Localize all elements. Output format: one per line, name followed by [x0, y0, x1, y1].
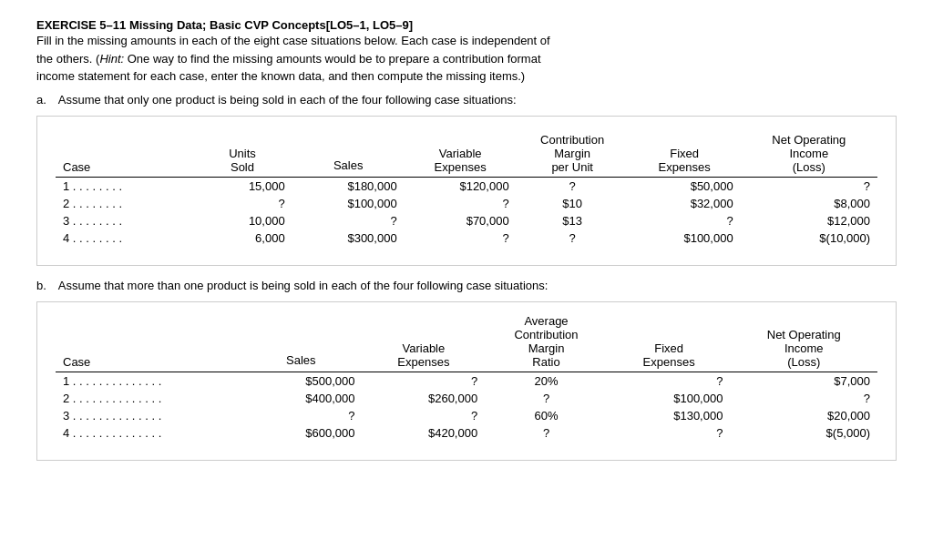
col-b-varexp-header: Variable Expenses	[363, 311, 486, 372]
cm-line1: Contribution	[540, 133, 604, 147]
case-cell: 4 . . . . . . . .	[56, 229, 192, 247]
b-sales-cell: $500,000	[240, 372, 363, 391]
col-b-case-header: Case	[56, 311, 240, 372]
table-row: 3 . . . . . . . . 10,000 ? $70,000 $13 ?…	[56, 212, 877, 229]
table-row: 3 . . . . . . . . . . . . . . ? ? 60% $1…	[56, 407, 877, 424]
b-cmratio-cell: 20%	[485, 372, 608, 391]
units-cell: 15,000	[192, 178, 292, 196]
b-varexp-line2: Expenses	[397, 355, 449, 369]
col-b-sales-header: Sales	[240, 311, 363, 372]
b-varexp-cell: ?	[363, 372, 486, 391]
part-b-letter: b.	[36, 279, 46, 292]
fixedexp-cell: ?	[629, 212, 741, 229]
intro-line3: income statement for each case, enter th…	[36, 67, 897, 86]
table-b: Case Sales Variable Expenses Average Con…	[56, 311, 877, 442]
part-b-label: b. Assume that more than one product is …	[36, 279, 897, 292]
sales-cell: $300,000	[292, 229, 405, 247]
b-cm-line1: Average	[524, 314, 568, 328]
netop-cell: ?	[741, 178, 877, 196]
table-a: Case Units Sold Sales Variable Expenses …	[56, 126, 877, 248]
varexp-cell: $70,000	[405, 212, 517, 229]
b-netop-line1: Net Operating	[767, 328, 841, 341]
units-line2: Sold	[231, 160, 254, 174]
units-cell: 10,000	[192, 212, 292, 229]
intro-line2: the others. (Hint: One way to find the m…	[36, 50, 897, 68]
b-netop-line2: Income	[784, 341, 824, 355]
fixed-line2: Expenses	[659, 160, 711, 174]
b-cm-line3: Margin	[528, 341, 565, 355]
b-netop-cell: $7,000	[730, 372, 877, 391]
netop-line3: (Loss)	[793, 160, 825, 174]
part-a-label: a. Assume that only one product is being…	[36, 93, 897, 107]
b-netop-cell: ?	[730, 390, 877, 407]
varexp-line2: Expenses	[435, 160, 487, 174]
table-row: 2 . . . . . . . . ? $100,000 ? $10 $32,0…	[56, 195, 877, 212]
table-row: 1 . . . . . . . . 15,000 $180,000 $120,0…	[56, 178, 877, 196]
b-cmratio-cell: 60%	[485, 407, 608, 424]
fixed-line1: Fixed	[670, 147, 699, 160]
b-fixed-line2: Expenses	[643, 355, 695, 369]
table-row: 2 . . . . . . . . . . . . . . $400,000 $…	[56, 390, 877, 407]
cmunit-cell: ?	[517, 178, 629, 196]
cmunit-cell: $10	[517, 195, 629, 212]
b-case-cell: 2 . . . . . . . . . . . . . .	[56, 390, 240, 407]
b-sales-cell: ?	[240, 407, 363, 424]
b-netop-cell: $20,000	[730, 407, 877, 424]
varexp-line1: Variable	[439, 147, 482, 160]
netop-cell: $12,000	[741, 212, 877, 229]
table-row: 4 . . . . . . . . 6,000 $300,000 ? ? $10…	[56, 229, 877, 247]
b-cmratio-cell: ?	[485, 424, 608, 442]
b-varexp-cell: $420,000	[363, 424, 486, 442]
cm-line2: Margin	[554, 147, 590, 160]
cmunit-cell: $13	[517, 212, 629, 229]
col-fixed-header: Fixed Expenses	[629, 126, 741, 178]
part-a-text: Assume that only one product is being so…	[58, 93, 517, 107]
units-cell: 6,000	[192, 229, 292, 247]
col-b-cm-header: Average Contribution Margin Ratio	[485, 311, 608, 372]
table-row: 1 . . . . . . . . . . . . . . $500,000 ?…	[56, 372, 877, 391]
col-netop-header: Net Operating Income (Loss)	[741, 126, 877, 178]
table-a-wrapper: Case Units Sold Sales Variable Expenses …	[36, 116, 897, 267]
intro-text: Fill in the missing amounts in each of t…	[36, 32, 897, 86]
netop-cell: $8,000	[741, 195, 877, 212]
part-a-letter: a.	[36, 93, 46, 107]
b-fixed-line1: Fixed	[654, 341, 683, 355]
sales-cell: $180,000	[292, 178, 405, 196]
title-ref: [LO5–1, LO5–9]	[326, 18, 413, 32]
b-fixedexp-cell: $100,000	[608, 390, 731, 407]
col-b-netop-header: Net Operating Income (Loss)	[730, 311, 877, 372]
b-fixedexp-cell: $130,000	[608, 407, 731, 424]
cmunit-cell: ?	[517, 229, 629, 247]
sales-cell: $100,000	[292, 195, 405, 212]
b-cmratio-cell: ?	[485, 390, 608, 407]
netop-cell: $(10,000)	[741, 229, 877, 247]
fixedexp-cell: $32,000	[629, 195, 741, 212]
title-main: EXERCISE 5–11 Missing Data; Basic CVP Co…	[36, 18, 326, 32]
col-varexp-header: Variable Expenses	[405, 126, 517, 178]
b-varexp-cell: $260,000	[363, 390, 486, 407]
intro-line1: Fill in the missing amounts in each of t…	[36, 32, 897, 50]
b-case-cell: 3 . . . . . . . . . . . . . .	[56, 407, 240, 424]
b-cm-line2: Contribution	[514, 328, 578, 341]
b-sales-cell: $400,000	[240, 390, 363, 407]
b-netop-line3: (Loss)	[787, 355, 820, 369]
table-row: 4 . . . . . . . . . . . . . . $600,000 $…	[56, 424, 877, 442]
b-case-cell: 4 . . . . . . . . . . . . . .	[56, 424, 240, 442]
case-cell: 2 . . . . . . . .	[56, 195, 192, 212]
b-case-cell: 1 . . . . . . . . . . . . . .	[56, 372, 240, 391]
col-sales-header: Sales	[292, 126, 405, 178]
netop-line1: Net Operating	[772, 133, 846, 147]
b-varexp-line1: Variable	[403, 341, 446, 355]
b-cm-line4: Ratio	[532, 355, 559, 369]
fixedexp-cell: $50,000	[629, 178, 741, 196]
cm-line3: per Unit	[551, 160, 593, 174]
col-units-header: Units Sold	[192, 126, 292, 178]
col-case-header: Case	[56, 126, 192, 178]
b-varexp-cell: ?	[363, 407, 486, 424]
sales-cell: ?	[292, 212, 405, 229]
varexp-cell: ?	[405, 195, 517, 212]
b-sales-cell: $600,000	[240, 424, 363, 442]
b-fixedexp-cell: ?	[608, 424, 731, 442]
case-cell: 3 . . . . . . . .	[56, 212, 192, 229]
b-fixedexp-cell: ?	[608, 372, 731, 391]
